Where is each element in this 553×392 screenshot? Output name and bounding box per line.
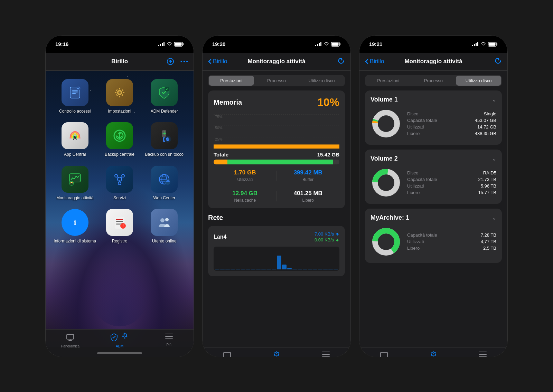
battery-icon [174,42,184,47]
stat-buffer-label: Buffer [302,177,313,182]
memory-bar [214,160,339,164]
app-item-info[interactable]: i Informazioni di sistema [53,209,97,244]
svg-rect-1 [160,44,161,46]
home-indicator-1 [97,352,142,354]
svg-rect-53 [116,221,123,222]
tab-panoramica-2[interactable]: Panoramica [203,351,252,357]
myarchive-1-chevron: ⌄ [492,214,496,221]
volume-2-stat-utilizzati: Utilizzati 5.96 TB [407,183,496,189]
nav-title-2: Monitoraggio attività [247,58,305,65]
volume-1-title: Volume 1 [371,96,398,103]
battery-icon-3 [488,42,498,47]
svg-point-102 [379,235,393,249]
app-item-utente[interactable]: Utente online [142,209,187,244]
app-icon-appcentral: A [62,122,88,149]
svg-rect-72 [332,42,339,46]
tab-piu-2[interactable]: Più [301,351,350,357]
segment-utilizzo-2[interactable]: Utilizzo disco [299,76,344,86]
status-icons-1 [158,42,184,47]
wifi-icon [167,42,172,46]
rete-title: Rete [208,214,345,222]
app-item-monitoraggio[interactable]: Monitoraggio attività [53,166,97,201]
app-icon-monitoraggio [62,166,88,193]
segment-control-2[interactable]: Prestazioni Processo Utilizzo disco [208,75,345,86]
nav-bar-2: Birillo Monitoraggio attività [203,53,350,71]
app-label-servizi: Servizi [113,195,126,201]
segment-utilizzo-3[interactable]: Utilizzo disco [456,76,501,86]
app-item-backup[interactable]: Backup centrale [97,122,142,157]
myarchive-1-stat-utilizzati: Utilizzati 4,77 TB [407,239,496,244]
svg-rect-5 [183,43,184,45]
segment-prestazioni-2[interactable]: Prestazioni [209,76,254,86]
app-item-adm[interactable]: ADM Defender [142,79,187,114]
app-label-controllo: Controllo accessi [59,109,91,114]
total-value: 15.42 GB [317,152,339,157]
volume-1-stat-utilizzati: Utilizzati 14.72 GB [407,124,496,130]
stat-cache-value: 12.94 GB [232,190,257,197]
nav-actions-1[interactable] [167,58,188,65]
monitor-screen-2: Prestazioni Processo Utilizzo disco Memo… [203,71,350,357]
phone-1: 19:16 Birillo [45,35,194,357]
svg-rect-21 [115,92,116,93]
tab-panoramica-3[interactable]: Panoramica [359,351,409,357]
svg-point-59 [165,218,169,221]
svg-text:A: A [73,135,77,141]
app-item-controllo[interactable]: Controllo accessi [53,79,97,114]
app-item-backuptocco[interactable]: Backup con un tocco [142,122,187,157]
tab-piu-3[interactable]: Più [458,351,507,357]
stat-cache-label: Nella cache [234,198,256,203]
stat-utilizzati: 1.70 GB Utilizzati [214,169,276,182]
app-grid: Controllo accessi [46,71,194,252]
app-icon-impostazioni [106,79,133,106]
volume-1-chevron: ⌄ [492,96,496,103]
svg-rect-68 [319,43,320,46]
svg-point-37 [115,174,118,177]
svg-point-10 [186,61,188,63]
tab-adm-2[interactable]: ADM [252,351,301,357]
volume-1-donut [371,108,402,139]
segment-processo-3[interactable]: Processo [411,76,456,86]
myarchive-1-content: Capacità totale 7,28 TB Utilizzati 4,77 … [371,226,496,257]
wifi-icon-2 [324,42,329,46]
svg-rect-23 [116,89,118,91]
app-icon-utente [151,209,178,236]
refresh-icon-2 [337,57,345,65]
tab-adm-3[interactable]: ADM [409,351,458,357]
stat-libero: 401.25 MB Libero [277,190,340,203]
svg-point-8 [180,61,182,63]
app-icon-webcenter [151,166,178,193]
app-item-webcenter[interactable]: Web Center [142,166,187,201]
stat-buffer: 399.42 MB Buffer [277,169,340,182]
upload-icon[interactable] [167,58,174,65]
wifi-icon-3 [480,42,486,46]
more-icon[interactable] [180,60,188,63]
signal-icon-2 [315,42,321,46]
svg-point-18 [118,91,121,94]
panoramica-icon-2 [223,351,231,357]
app-icon-adm [151,79,178,106]
back-button-2[interactable]: Birillo [208,58,227,65]
svg-rect-6 [175,42,182,46]
memory-header: Memoria 10% [214,96,339,109]
segment-prestazioni-3[interactable]: Prestazioni [366,76,411,86]
app-icon-backuptocco [151,122,178,149]
volume-1-content: Disco Single Capacità totale 453.07 GB U… [371,108,496,139]
refresh-icon-3 [494,57,502,65]
app-item-registro[interactable]: ! Registro [97,209,142,244]
signal-icon [158,42,165,46]
back-button-3[interactable]: Birillo [365,58,384,65]
svg-point-58 [160,218,165,222]
svg-rect-14 [72,92,78,93]
volume-1-stat-disco: Disco Single [407,111,496,116]
app-item-appcentral[interactable]: A App Central [53,122,97,157]
volume-2-chevron: ⌄ [492,155,496,162]
app-item-servizi[interactable]: Servizi [97,166,142,201]
segment-control-3[interactable]: Prestazioni Processo Utilizzo disco [365,75,502,86]
app-icon-servizi [106,166,133,193]
segment-processo-2[interactable]: Processo [254,76,299,86]
myarchive-1-stats: Capacità totale 7,28 TB Utilizzati 4,77 … [407,232,496,251]
refresh-button-2[interactable] [337,57,345,66]
refresh-button-3[interactable] [494,57,502,66]
app-label-utente: Utente online [152,239,177,244]
app-item-impostazioni[interactable]: Impostazioni [97,79,142,114]
